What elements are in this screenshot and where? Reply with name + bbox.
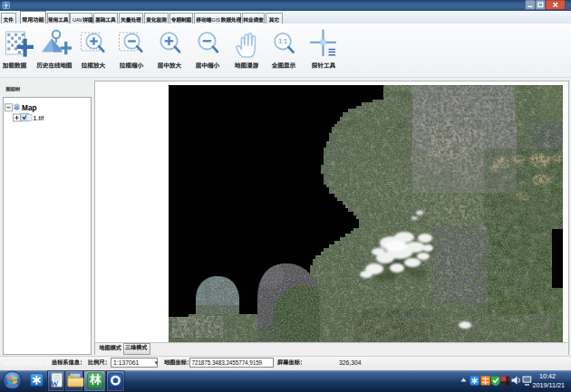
svg-text:10:42: 10:42 [539, 372, 556, 380]
svg-text:UAV: UAV [73, 17, 82, 23]
svg-text:1:1: 1:1 [278, 38, 287, 44]
svg-text:GIS: GIS [211, 17, 220, 23]
svg-text:W: W [50, 379, 58, 388]
svg-text:2019/11/21: 2019/11/21 [533, 381, 565, 389]
